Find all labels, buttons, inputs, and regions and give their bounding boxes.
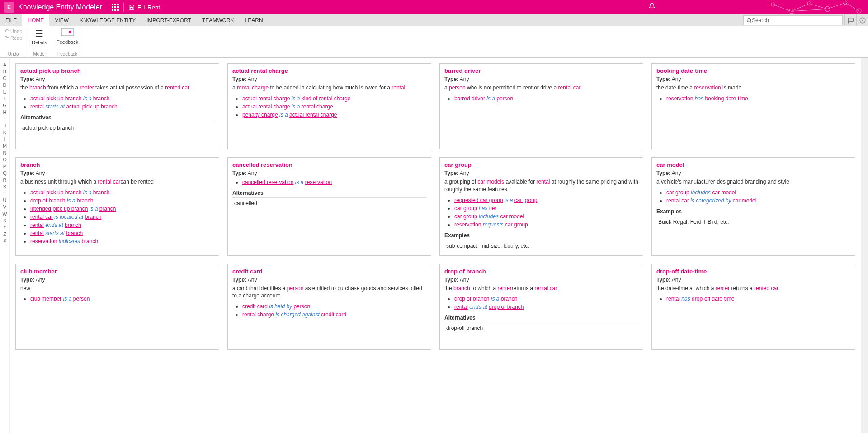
entity-link[interactable]: reservation — [454, 221, 481, 228]
entity-link[interactable]: rental — [536, 179, 550, 185]
card-title[interactable]: booking date-time — [656, 67, 850, 74]
card-title[interactable]: barred driver — [444, 67, 638, 74]
alpha-nav-V[interactable]: V — [0, 204, 9, 211]
alpha-nav-#[interactable]: # — [0, 238, 9, 245]
scrollbar-vertical[interactable] — [861, 58, 868, 433]
alpha-nav-G[interactable]: G — [0, 102, 9, 109]
details-button[interactable]: ☰ Details — [32, 28, 47, 45]
entity-link[interactable]: rental — [30, 230, 44, 236]
alpha-nav-I[interactable]: I — [0, 116, 9, 122]
entity-link[interactable]: drop of branch — [454, 296, 489, 302]
entity-link[interactable]: booking date-time — [705, 95, 748, 102]
card-title[interactable]: cancelled reservation — [232, 161, 426, 168]
entity-link[interactable]: person — [287, 285, 304, 292]
entity-link[interactable]: branch — [77, 198, 94, 204]
entity-link[interactable]: rental — [454, 304, 468, 310]
entity-link[interactable]: person — [496, 95, 513, 102]
entity-link[interactable]: car model — [500, 213, 524, 220]
card-title[interactable]: branch — [20, 161, 214, 168]
entity-link[interactable]: car model — [733, 198, 757, 204]
card-title[interactable]: drop-off date-time — [656, 268, 850, 275]
menu-item-knowledge-entity[interactable]: KNOWLEDGE ENTITY — [74, 14, 141, 26]
menu-item-teamwork[interactable]: TEAMWORK — [197, 14, 240, 26]
alpha-nav-T[interactable]: T — [0, 190, 9, 197]
alpha-nav-P[interactable]: P — [0, 163, 9, 170]
feedback-button[interactable]: Feedback — [57, 28, 78, 45]
entity-link[interactable]: car group — [666, 189, 689, 196]
entity-link[interactable]: car models — [477, 179, 504, 185]
entity-link[interactable]: drop of branch — [489, 304, 524, 310]
entity-link[interactable]: renter — [497, 285, 511, 292]
entity-link[interactable]: renter — [716, 285, 730, 292]
alpha-nav-J[interactable]: J — [0, 122, 9, 129]
entity-link[interactable]: person — [449, 85, 466, 91]
entity-link[interactable]: rental — [30, 222, 44, 228]
alpha-nav-B[interactable]: B — [0, 68, 9, 75]
alpha-nav-D[interactable]: D — [0, 82, 9, 89]
alpha-nav-W[interactable]: W — [0, 211, 9, 217]
project-selector[interactable]: EU-Rent — [128, 4, 160, 11]
entity-link[interactable]: kind of rental charge — [302, 95, 351, 102]
card-title[interactable]: car group — [444, 161, 638, 168]
entity-link[interactable]: rental — [30, 104, 44, 110]
entity-link[interactable]: cancelled reservation — [242, 179, 293, 185]
entity-link[interactable]: rental charge — [242, 311, 274, 318]
entity-link[interactable]: drop of branch — [30, 198, 65, 204]
entity-link[interactable]: actual rental charge — [289, 112, 337, 118]
alpha-nav-K[interactable]: K — [0, 129, 9, 136]
search-input[interactable] — [752, 17, 840, 24]
entity-link[interactable]: branch — [65, 222, 81, 228]
entity-link[interactable]: branch — [81, 238, 98, 245]
menu-item-learn[interactable]: LEARN — [240, 14, 269, 26]
alpha-nav-R[interactable]: R — [0, 177, 9, 184]
entity-link[interactable]: barred driver — [454, 95, 485, 102]
alpha-nav-X[interactable]: X — [0, 217, 9, 224]
alpha-nav-C[interactable]: C — [0, 75, 9, 82]
entity-link[interactable]: club member — [30, 296, 61, 302]
entity-link[interactable]: rental charge — [237, 85, 269, 91]
chat-icon[interactable] — [844, 14, 856, 26]
entity-link[interactable]: reservation — [694, 85, 721, 91]
alpha-nav-O[interactable]: O — [0, 156, 9, 163]
entity-link[interactable]: car model — [712, 189, 736, 196]
entity-link[interactable]: rental — [392, 85, 405, 91]
entity-link[interactable]: rental — [666, 296, 680, 302]
entity-link[interactable]: actual rental charge — [242, 95, 290, 102]
entity-link[interactable]: branch — [99, 206, 116, 212]
undo-button[interactable]: ↶Undo — [5, 28, 22, 34]
entity-link[interactable]: person — [293, 303, 310, 310]
alpha-nav-E[interactable]: E — [0, 89, 9, 95]
entity-link[interactable]: branch — [66, 230, 83, 236]
alpha-nav-A[interactable]: A — [0, 61, 9, 68]
content-area[interactable]: actual pick up branchType: Anythe branch… — [10, 58, 861, 433]
entity-link[interactable]: car group — [454, 213, 477, 220]
redo-button[interactable]: ↷Redo — [5, 35, 22, 41]
alpha-nav-Z[interactable]: Z — [0, 231, 9, 238]
alpha-nav-M[interactable]: M — [0, 143, 9, 150]
alpha-nav-S[interactable]: S — [0, 184, 9, 190]
card-title[interactable]: drop of branch — [444, 268, 638, 275]
alpha-nav-F[interactable]: F — [0, 95, 9, 102]
entity-link[interactable]: requested car group — [454, 197, 503, 203]
entity-link[interactable]: renter — [80, 85, 94, 91]
entity-link[interactable]: car group — [454, 205, 477, 212]
entity-link[interactable]: car group — [505, 221, 528, 228]
card-title[interactable]: credit card — [232, 268, 426, 275]
entity-link[interactable]: branch — [85, 214, 102, 220]
entity-link[interactable]: rental car — [534, 285, 557, 292]
card-title[interactable]: actual rental charge — [232, 67, 426, 74]
card-title[interactable]: actual pick up branch — [20, 67, 214, 74]
entity-link[interactable]: car group — [514, 197, 538, 203]
entity-link[interactable]: reservation — [305, 179, 332, 185]
entity-link[interactable]: branch — [453, 285, 470, 292]
entity-link[interactable]: actual pick up branch — [66, 104, 117, 110]
entity-link[interactable]: rental car — [558, 85, 580, 91]
entity-link[interactable]: actual rental charge — [242, 104, 290, 110]
entity-link[interactable]: rental car — [666, 198, 689, 204]
entity-link[interactable]: person — [73, 296, 90, 302]
entity-link[interactable]: branch — [29, 85, 46, 91]
apps-grid-icon[interactable] — [112, 4, 119, 11]
entity-link[interactable]: rented car — [165, 85, 189, 91]
notifications-icon[interactable] — [648, 3, 656, 12]
alpha-nav-L[interactable]: L — [0, 136, 9, 143]
